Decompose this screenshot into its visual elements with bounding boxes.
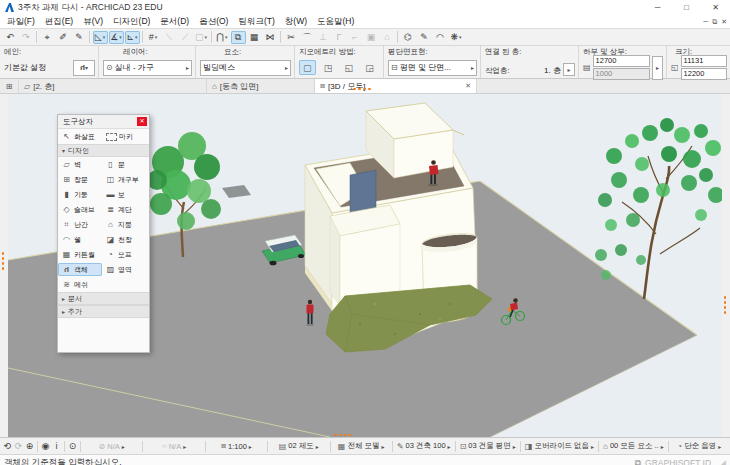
shell-tool[interactable]: ◠쉘: [58, 233, 102, 246]
snap-points-icon[interactable]: ⊾▾: [125, 31, 140, 44]
snap-guides-icon[interactable]: ∡▾: [109, 31, 124, 44]
geometry-chamfered-button[interactable]: ◳: [320, 60, 337, 75]
tab-3d-all[interactable]: ⧈ [3D / 모두] ✕: [315, 79, 477, 93]
splitter-handle-left[interactable]: [2, 252, 4, 270]
object-settings-button[interactable]: h▾: [73, 60, 95, 76]
pick-up-parameters-icon[interactable]: ⌖: [40, 31, 55, 44]
section-more[interactable]: ▸추가: [58, 305, 149, 318]
adjust-icon[interactable]: ⌒: [300, 31, 315, 44]
door-tool[interactable]: ▯문: [102, 158, 146, 171]
mdi-close-button[interactable]: ✕: [721, 15, 727, 28]
model-view-options-combo[interactable]: ⊡03 건물 평면▸: [458, 441, 518, 451]
orbit-icon[interactable]: ◉: [40, 441, 51, 451]
column-tool[interactable]: ▮기둥: [58, 188, 102, 201]
guide-lines-icon[interactable]: ◺▾: [93, 31, 108, 44]
plane-snap-icon[interactable]: ⟋: [178, 31, 193, 44]
renovation-filter-combo[interactable]: ⌂00 모든 요소 ..▸: [601, 441, 666, 451]
syringe-icon[interactable]: ✎: [72, 31, 87, 44]
zoom-icon[interactable]: ⊕: [24, 441, 35, 451]
menu-문서[interactable]: 문서(D): [155, 16, 194, 26]
minimize-button[interactable]: ─: [643, 0, 672, 15]
window-tool[interactable]: ⊞창문: [58, 173, 102, 186]
top-elevation-input[interactable]: 12700: [593, 55, 650, 67]
autogroup-icon[interactable]: ▦: [247, 31, 262, 44]
geometry-freeform-button[interactable]: ◲: [361, 60, 378, 75]
mdi-minimize-button[interactable]: ─: [703, 15, 708, 28]
graphic-override-combo[interactable]: ◨오버라이드 없음▸: [523, 441, 596, 451]
geometry-box-button[interactable]: ▢: [299, 60, 316, 75]
grid-snap-icon[interactable]: #▾: [146, 31, 161, 44]
trim-icon[interactable]: ⊥: [316, 31, 331, 44]
tab-windows-icon[interactable]: ⧉: [635, 458, 641, 465]
beam-tool[interactable]: ▬보: [102, 188, 146, 201]
fit-in-window-icon[interactable]: ⊙: [67, 441, 78, 451]
slab-tool[interactable]: ◇슬래브: [58, 203, 102, 216]
opening-tool[interactable]: ◫개구부: [102, 173, 146, 186]
intersect-icon[interactable]: ▣: [364, 31, 379, 44]
zoom-forward-icon[interactable]: ⟳: [13, 441, 24, 451]
roof-tool[interactable]: ⌂지붕: [102, 218, 146, 231]
resize-grip[interactable]: ◢: [719, 458, 726, 465]
menu-도움말[interactable]: 도움말(H): [312, 16, 359, 26]
explode-icon[interactable]: ⋈: [263, 31, 278, 44]
menu-뷰[interactable]: 뷰(V): [78, 16, 108, 26]
layer-combo[interactable]: ⊙ 실내 - 가구 ▸: [103, 60, 192, 76]
stair-tool[interactable]: ≣계단: [102, 203, 146, 216]
marquee-restrict-icon[interactable]: ▢▾: [194, 31, 209, 44]
redo-icon[interactable]: ↷: [19, 31, 34, 44]
layer-combination-combo[interactable]: ▤02 제도▸: [270, 441, 327, 451]
roof-trim-icon[interactable]: ⌂: [380, 31, 395, 44]
tab-overview-button[interactable]: ⊞: [0, 79, 19, 93]
object-tool[interactable]: h객체: [58, 263, 102, 276]
bimcloud-icon[interactable]: ◠: [433, 31, 448, 44]
tab-east-elevation[interactable]: ⌂ [동측 입면]: [207, 79, 315, 93]
maximize-button[interactable]: □: [672, 0, 701, 15]
menu-파일[interactable]: 파일(F): [2, 16, 40, 26]
morph-tool[interactable]: ◔모프: [102, 248, 146, 261]
menu-팀워크[interactable]: 팀워크(T): [233, 16, 279, 26]
walk-icon[interactable]: i: [51, 441, 62, 451]
zoom-back-icon[interactable]: ⟲: [2, 441, 13, 451]
splitter-handle-bottom[interactable]: [334, 434, 352, 436]
mdi-restore-button[interactable]: ⧉: [712, 15, 717, 28]
lock-icon[interactable]: ⋂▾: [215, 31, 230, 44]
size-width-input[interactable]: 11131: [681, 55, 727, 67]
marquee-tool[interactable]: 마키: [102, 130, 146, 143]
eyedropper-icon[interactable]: ✐: [56, 31, 71, 44]
virtual-trace-icon[interactable]: ⌬: [401, 31, 416, 44]
undo-icon[interactable]: ↶: [3, 31, 18, 44]
zone-tool[interactable]: ▨영역: [102, 263, 146, 276]
bottom-elevation-input[interactable]: 1000: [593, 68, 650, 80]
section-design[interactable]: ▾디자인: [58, 144, 149, 157]
toolbox-palette[interactable]: 도구상자 ✕ ↖화살표마키▾디자인▱벽▯문⊞창문◫개구부▮기둥▬보◇슬래브≣계단…: [57, 114, 150, 353]
scale-combo[interactable]: ⧈1:100▸: [208, 441, 265, 451]
splitter-handle-right[interactable]: [724, 296, 726, 314]
tab-close-icon[interactable]: ✕: [465, 82, 471, 90]
tab-floor-plan[interactable]: ▱ [2. 층]: [19, 79, 207, 93]
railing-tool[interactable]: ⌗난간: [58, 218, 102, 231]
extend-icon[interactable]: Γ: [332, 31, 347, 44]
menu-디자인[interactable]: 디자인(D): [108, 16, 155, 26]
zoom-preset-combo[interactable]: ⊘N/A▸: [83, 442, 140, 451]
split-icon[interactable]: ✂: [284, 31, 299, 44]
markup-icon[interactable]: ✎: [417, 31, 432, 44]
pen-set-combo[interactable]: ✎03 건축 100▸: [395, 441, 453, 451]
mesh-tool[interactable]: ≋메쉬: [58, 278, 102, 291]
menu-옵션[interactable]: 옵션(O): [194, 16, 233, 26]
orientation-combo[interactable]: ⌔N/A▸: [145, 441, 202, 451]
elevation-options-button[interactable]: ▸: [652, 56, 663, 80]
curtain-wall-tool[interactable]: ▦커튼월: [58, 248, 102, 261]
floorplan-display-combo[interactable]: ⊟ 평면 및 단면... ▸: [388, 60, 477, 76]
toolbox-header[interactable]: 도구상자 ✕: [58, 115, 149, 128]
story-select-button[interactable]: ▸: [563, 63, 575, 76]
menu-창[interactable]: 창(W): [280, 16, 312, 26]
gravity-icon[interactable]: ⟍: [162, 31, 177, 44]
menu-편집[interactable]: 편집(E): [40, 16, 78, 26]
section-document[interactable]: ▸문서: [58, 292, 149, 305]
close-button[interactable]: ✕: [701, 0, 730, 15]
geometry-sloped-button[interactable]: ◱: [341, 60, 358, 75]
skylight-tool[interactable]: ◪천창: [102, 233, 146, 246]
arrow-tool[interactable]: ↖화살표: [58, 130, 102, 143]
element-favorite-combo[interactable]: 빌딩메스 ▸: [200, 60, 291, 76]
splitter-handle-top[interactable]: [353, 88, 371, 90]
